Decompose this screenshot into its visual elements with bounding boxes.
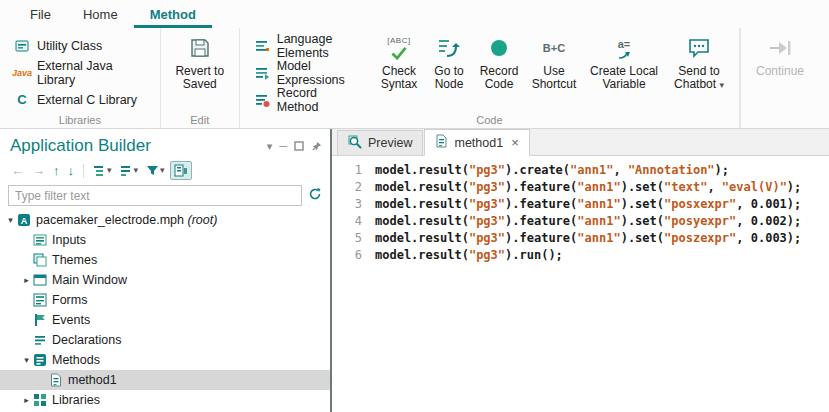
tree-item-libraries[interactable]: ▸Libraries bbox=[0, 390, 330, 410]
code-text: ).set( bbox=[621, 180, 664, 194]
revert-to-saved-button[interactable]: Revert to Saved bbox=[169, 31, 231, 93]
continue-button[interactable]: Continue bbox=[749, 31, 811, 80]
check-syntax-label: Check Syntax bbox=[377, 65, 421, 91]
method-icon bbox=[49, 373, 66, 387]
language-elements-icon bbox=[253, 38, 271, 54]
ribbon-group-continue: Continue bbox=[740, 28, 829, 128]
move-down-button[interactable]: ↓ bbox=[65, 162, 78, 179]
expand-arrow-icon[interactable]: ▸ bbox=[20, 395, 33, 405]
tab-preview[interactable]: Preview bbox=[337, 130, 423, 155]
code-text: ).set( bbox=[621, 197, 664, 211]
code-line[interactable]: 1model.result("pg3").create("ann1", "Ann… bbox=[332, 162, 829, 179]
panel-menu-icon[interactable]: ▾ bbox=[267, 140, 273, 153]
refresh-icon[interactable] bbox=[308, 187, 322, 205]
code-text: ).run(); bbox=[505, 248, 563, 262]
libraries-icon bbox=[33, 393, 50, 407]
code-text: ).feature( bbox=[505, 180, 577, 194]
code-string: "eval(V)" bbox=[722, 180, 787, 194]
float-panel-icon[interactable] bbox=[294, 141, 304, 151]
collapse-arrow-icon[interactable]: ▾ bbox=[4, 215, 17, 225]
code-line[interactable]: 6model.result("pg3").run(); bbox=[332, 247, 829, 264]
send-to-chatbot-button[interactable]: Send to Chatbot ▾ bbox=[667, 31, 731, 93]
code-text: ).create( bbox=[505, 163, 570, 177]
code-string: "pg3" bbox=[469, 197, 505, 211]
tab-file[interactable]: File bbox=[14, 2, 67, 28]
model-expressions-button[interactable]: Model Expressions bbox=[248, 60, 367, 85]
collapse-tree-dropdown-button[interactable]: ▾ bbox=[117, 162, 142, 179]
tree-item-forms[interactable]: Forms bbox=[0, 290, 330, 310]
chevron-down-icon[interactable]: ▾ bbox=[719, 81, 724, 90]
external-java-library-label: External Java Library bbox=[37, 59, 147, 87]
code-string: "ann1" bbox=[577, 231, 620, 245]
tree-item-label: Methods bbox=[50, 353, 100, 367]
tab-home[interactable]: Home bbox=[67, 2, 134, 28]
use-shortcut-icon: B+C bbox=[543, 35, 565, 61]
record-method-button[interactable]: Record Method bbox=[248, 87, 367, 112]
create-local-variable-button[interactable]: a= Create Local Variable bbox=[585, 31, 663, 93]
external-java-library-button[interactable]: Java External Java Library bbox=[8, 60, 152, 85]
back-button[interactable]: ← bbox=[8, 162, 27, 179]
line-number: 5 bbox=[332, 230, 362, 247]
filter-dropdown-button[interactable]: ▾ bbox=[143, 162, 168, 179]
tree-item-main-window[interactable]: ▸Main Window bbox=[0, 270, 330, 290]
expand-tree-dropdown-button[interactable]: ▾ bbox=[90, 162, 115, 179]
create-local-variable-label: Create Local Variable bbox=[587, 65, 661, 91]
code-text: ).set( bbox=[621, 214, 664, 228]
save-disk-icon bbox=[188, 35, 212, 61]
code-string: "posxexpr" bbox=[664, 197, 736, 211]
move-up-button[interactable]: ↑ bbox=[50, 162, 63, 179]
code-string: "poszexpr" bbox=[664, 231, 736, 245]
inputs-icon bbox=[33, 233, 50, 247]
code-line[interactable]: 3model.result("pg3").feature("ann1").set… bbox=[332, 196, 829, 213]
record-code-label: Record Code bbox=[477, 65, 521, 91]
tree-item-method1[interactable]: method1 bbox=[0, 370, 330, 390]
filter-input[interactable] bbox=[8, 185, 302, 206]
code-text: model.result( bbox=[375, 180, 469, 194]
tree-item-methods[interactable]: ▾Methods bbox=[0, 350, 330, 370]
forward-button[interactable]: → bbox=[29, 162, 48, 179]
code-area[interactable]: 1model.result("pg3").create("ann1", "Ann… bbox=[332, 156, 829, 412]
external-c-library-button[interactable]: C External C Library bbox=[8, 87, 152, 112]
main-area: Application Builder ▾ ─ ← → ↑ ↓ bbox=[0, 129, 829, 412]
tree-item-label: Forms bbox=[50, 293, 87, 307]
code-text: model.result( bbox=[375, 163, 469, 177]
show-editor-tools-toggle[interactable] bbox=[170, 161, 192, 180]
use-shortcut-button[interactable]: B+C Use Shortcut bbox=[527, 31, 581, 93]
collapse-arrow-icon[interactable]: ▾ bbox=[20, 355, 33, 365]
go-to-node-button[interactable]: Go to Node bbox=[427, 31, 471, 93]
language-elements-button[interactable]: Language Elements bbox=[248, 33, 367, 58]
ribbon-tab-bar: File Home Method bbox=[0, 0, 829, 28]
tab-method[interactable]: Method bbox=[134, 2, 212, 28]
tree-item-events[interactable]: Events bbox=[0, 310, 330, 330]
code-text: model.result( bbox=[375, 231, 469, 245]
close-tab-icon[interactable]: × bbox=[511, 135, 519, 150]
tree-item-root[interactable]: ▾Apacemaker_electrode.mph (root) bbox=[0, 210, 330, 230]
java-icon: Java bbox=[13, 65, 31, 81]
code-string: "pg3" bbox=[469, 248, 505, 262]
tree-item-declarations[interactable]: Declarations bbox=[0, 330, 330, 350]
expand-arrow-icon[interactable]: ▸ bbox=[20, 275, 33, 285]
model-expressions-icon bbox=[253, 65, 271, 81]
code-string: "ann1" bbox=[570, 163, 613, 177]
code-line[interactable]: 2model.result("pg3").feature("ann1").set… bbox=[332, 179, 829, 196]
chatbot-bubble-icon bbox=[687, 35, 711, 61]
tab-method1[interactable]: method1 × bbox=[424, 129, 529, 156]
record-code-icon bbox=[488, 35, 510, 61]
code-string: "ann1" bbox=[577, 197, 620, 211]
tree-item-inputs[interactable]: Inputs bbox=[0, 230, 330, 250]
code-text: ).feature( bbox=[505, 214, 577, 228]
app-tree: ▾Apacemaker_electrode.mph (root)InputsTh… bbox=[0, 210, 330, 412]
record-code-button[interactable]: Record Code bbox=[475, 31, 523, 93]
utility-class-button[interactable]: Utility Class bbox=[8, 33, 152, 58]
tree-item-label: pacemaker_electrode.mph (root) bbox=[34, 213, 217, 227]
minimize-panel-icon[interactable]: ─ bbox=[279, 140, 287, 152]
tree-item-suffix: (root) bbox=[184, 213, 217, 227]
code-string: "pg3" bbox=[469, 214, 505, 228]
code-line[interactable]: 4model.result("pg3").feature("ann1").set… bbox=[332, 213, 829, 230]
check-syntax-button[interactable]: [ABC] Check Syntax bbox=[375, 31, 423, 93]
declarations-icon bbox=[33, 333, 50, 347]
panel-title: Application Builder bbox=[10, 136, 267, 156]
code-line[interactable]: 5model.result("pg3").feature("ann1").set… bbox=[332, 230, 829, 247]
tree-item-themes[interactable]: Themes bbox=[0, 250, 330, 270]
pin-panel-icon[interactable] bbox=[311, 141, 322, 152]
